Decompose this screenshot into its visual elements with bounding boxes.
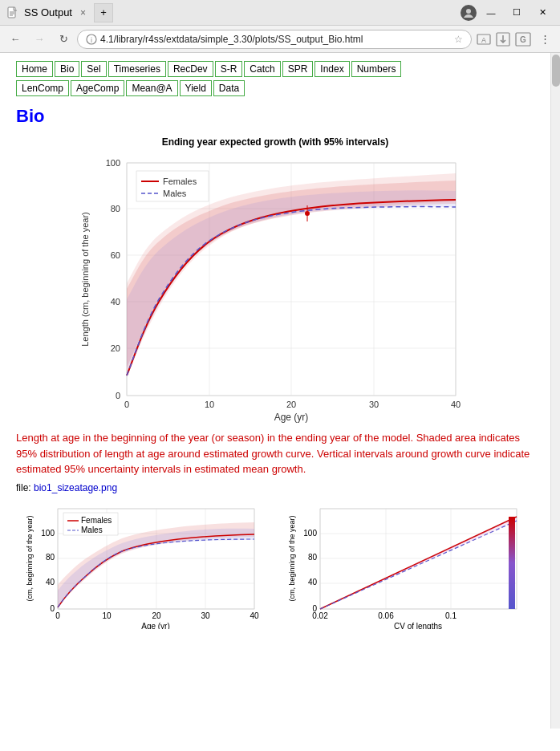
scrollbar[interactable] — [550, 53, 560, 729]
nav-btn-index[interactable]: Index — [314, 61, 349, 77]
title-bar: SS Output × + — ☐ ✕ — [0, 0, 560, 26]
new-tab-button[interactable]: + — [94, 3, 113, 22]
chart1-svg: 0 20 40 60 80 100 0 10 20 30 40 Length (… — [79, 151, 472, 424]
minimize-button[interactable]: — — [480, 4, 502, 22]
svg-text:A: A — [481, 36, 486, 44]
nav-btn-sr[interactable]: S-R — [215, 61, 243, 77]
section-title: Bio — [16, 106, 534, 127]
file-label: file: — [16, 482, 31, 493]
nav-btn-home[interactable]: Home — [16, 61, 53, 77]
svg-rect-72 — [320, 509, 517, 609]
apps-icon[interactable]: G — [514, 31, 532, 47]
svg-text:40: 40 — [111, 297, 120, 306]
svg-text:i: i — [91, 36, 92, 44]
svg-text:80: 80 — [308, 553, 318, 562]
nav-btn-bio[interactable]: Bio — [55, 61, 79, 77]
chart1-description: Length at age in the beginning of the ye… — [16, 430, 534, 477]
chart3-svg: 0 40 80 100 0.02 0.06 0.1 CV of lengths … — [288, 505, 525, 629]
bottom-charts: 0 40 80 100 0 10 20 30 40 Age (yr) (cm, … — [16, 505, 534, 629]
back-button[interactable]: ← — [5, 29, 26, 50]
svg-text:40: 40 — [250, 611, 259, 620]
url-box[interactable]: i 4.1/library/r4ss/extdata/simple_3.30/p… — [77, 30, 472, 49]
chart1-title: Ending year expected growth (with 95% in… — [162, 136, 389, 148]
svg-text:20: 20 — [286, 400, 296, 409]
browser-content: Home Bio Sel Timeseries RecDev S-R Catch… — [0, 53, 560, 729]
svg-text:Age (yr): Age (yr) — [274, 412, 309, 423]
svg-text:100: 100 — [41, 529, 55, 538]
nav-btn-agecomp[interactable]: AgeComp — [71, 80, 124, 96]
file-icon — [6, 6, 19, 19]
title-bar-left: SS Output × + — [6, 3, 113, 22]
svg-text:10: 10 — [205, 400, 214, 409]
svg-text:0.02: 0.02 — [312, 611, 328, 620]
star-icon[interactable]: ☆ — [454, 34, 463, 45]
nav-btn-spr[interactable]: SPR — [282, 61, 314, 77]
nav-buttons-row2: LenComp AgeComp Mean@A Yield Data — [16, 80, 534, 96]
nav-btn-data[interactable]: Data — [213, 80, 245, 96]
download-icon[interactable] — [495, 31, 511, 47]
chart2-svg: 0 40 80 100 0 10 20 30 40 Age (yr) (cm, … — [26, 505, 262, 629]
svg-text:Females: Females — [81, 516, 112, 525]
forward-button[interactable]: → — [29, 29, 50, 50]
close-button[interactable]: ✕ — [531, 4, 554, 22]
nav-btn-recdev[interactable]: RecDev — [168, 61, 213, 77]
svg-text:Length (cm, beginning of the y: Length (cm, beginning of the year) — [80, 212, 90, 347]
svg-text:Males: Males — [81, 526, 103, 534]
svg-text:40: 40 — [451, 400, 461, 409]
svg-rect-93 — [509, 517, 515, 609]
svg-text:80: 80 — [46, 553, 55, 562]
svg-text:Females: Females — [163, 177, 197, 186]
maximize-button[interactable]: ☐ — [505, 4, 528, 22]
chrome-menu-button[interactable]: ⋮ — [534, 29, 555, 50]
main-chart: Ending year expected growth (with 95% in… — [16, 136, 534, 424]
svg-text:40: 40 — [308, 578, 318, 587]
address-right-icons: A G ⋮ — [475, 29, 555, 50]
svg-point-39 — [305, 211, 310, 216]
svg-text:30: 30 — [369, 400, 379, 409]
address-bar: ← → ↻ i 4.1/library/r4ss/extdata/simple_… — [0, 26, 560, 53]
svg-text:100: 100 — [106, 158, 120, 168]
nav-btn-catch[interactable]: Catch — [244, 61, 280, 77]
svg-text:G: G — [520, 35, 526, 44]
svg-text:(cm, beginning of the year): (cm, beginning of the year) — [288, 515, 296, 601]
svg-text:0.06: 0.06 — [378, 611, 394, 620]
svg-text:Age (yr): Age (yr) — [141, 622, 170, 629]
scroll-thumb[interactable] — [552, 55, 560, 87]
info-icon: i — [86, 34, 97, 45]
bottom-chart-right: 0 40 80 100 0.02 0.06 0.1 CV of lengths … — [278, 505, 534, 629]
svg-text:0: 0 — [124, 400, 129, 409]
svg-text:0: 0 — [55, 611, 60, 620]
svg-text:0: 0 — [50, 604, 55, 613]
svg-text:40: 40 — [46, 578, 55, 587]
svg-text:20: 20 — [111, 343, 120, 353]
svg-text:10: 10 — [102, 611, 112, 620]
svg-text:Males: Males — [163, 189, 187, 198]
file-link-container: file: bio1_sizeatage.png — [16, 482, 534, 493]
tab-close-btn[interactable]: × — [80, 7, 86, 18]
svg-text:30: 30 — [201, 611, 210, 620]
page-content: Home Bio Sel Timeseries RecDev S-R Catch… — [0, 53, 550, 729]
svg-text:60: 60 — [111, 250, 120, 260]
nav-buttons-row1: Home Bio Sel Timeseries RecDev S-R Catch… — [16, 61, 534, 77]
svg-text:100: 100 — [303, 529, 317, 538]
window-controls: — ☐ ✕ — [461, 4, 554, 22]
svg-point-4 — [466, 9, 471, 14]
nav-btn-sel[interactable]: Sel — [81, 61, 106, 77]
nav-btn-timeseries[interactable]: Timeseries — [108, 61, 166, 77]
svg-text:0: 0 — [116, 391, 120, 400]
url-text: 4.1/library/r4ss/extdata/simple_3.30/plo… — [100, 34, 451, 45]
reload-button[interactable]: ↻ — [53, 29, 74, 50]
nav-btn-lencomp[interactable]: LenComp — [16, 80, 69, 96]
nav-btn-meana[interactable]: Mean@A — [126, 80, 177, 96]
bottom-chart-left: 0 40 80 100 0 10 20 30 40 Age (yr) (cm, … — [16, 505, 272, 629]
file-link[interactable]: bio1_sizeatage.png — [34, 482, 117, 493]
svg-text:(cm, beginning of the year): (cm, beginning of the year) — [26, 515, 34, 601]
user-icon[interactable] — [461, 5, 477, 21]
url-icons: ☆ — [454, 34, 463, 45]
svg-text:0.1: 0.1 — [445, 611, 457, 620]
svg-text:20: 20 — [152, 611, 161, 620]
nav-btn-yield[interactable]: Yield — [180, 80, 212, 96]
reader-icon[interactable]: A — [476, 31, 492, 47]
tab-title: SS Output — [24, 6, 72, 18]
nav-btn-numbers[interactable]: Numbers — [351, 61, 402, 77]
